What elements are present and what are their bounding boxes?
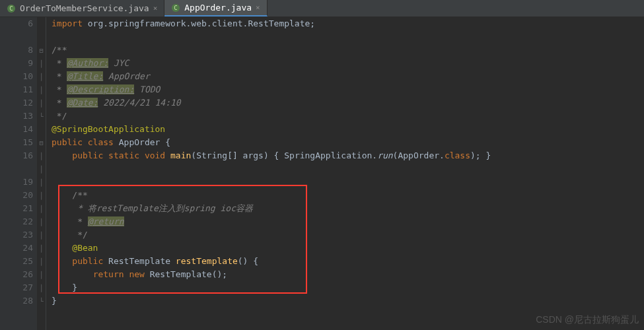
code-line: public class AppOrder { bbox=[52, 136, 644, 149]
line-number: 13 bbox=[0, 110, 33, 123]
code-line: * 将restTemplate注入到spring ioc容器 bbox=[52, 202, 644, 215]
code-line bbox=[52, 176, 644, 189]
code-line: } bbox=[52, 294, 644, 308]
line-number: 15 bbox=[0, 136, 33, 149]
tab-order-to-member-service[interactable]: C OrderToMemberService.java × bbox=[0, 0, 164, 16]
line-number: 10 bbox=[0, 70, 33, 83]
line-number: 8 bbox=[0, 44, 33, 57]
line-number bbox=[0, 30, 33, 44]
code-line: public RestTemplate restTemplate() { bbox=[52, 255, 644, 268]
code-line: return new RestTemplate(); bbox=[52, 268, 644, 281]
tab-label: AppOrder.java bbox=[184, 3, 252, 13]
code-line bbox=[52, 162, 644, 176]
line-number: 19 bbox=[0, 176, 33, 189]
line-number bbox=[0, 162, 33, 176]
code-line bbox=[52, 30, 644, 44]
code-line: public static void main(String[] args) {… bbox=[52, 149, 644, 162]
code-line: import org.springframework.web.client.Re… bbox=[52, 17, 644, 30]
svg-text:C: C bbox=[9, 5, 13, 12]
line-number: 24 bbox=[0, 242, 33, 255]
code-line: /** bbox=[52, 44, 644, 57]
fold-expand-icon[interactable]: ⊟ bbox=[37, 44, 46, 57]
code-line bbox=[52, 308, 644, 321]
fold-column[interactable]: ⊟ ││││ └ ⊟ │││ │││ │││ ││└ bbox=[37, 17, 46, 330]
line-number: 22 bbox=[0, 215, 33, 228]
line-number: 11 bbox=[0, 83, 33, 96]
line-number: 9 bbox=[0, 57, 33, 70]
code-editor[interactable]: import org.springframework.web.client.Re… bbox=[46, 17, 644, 330]
line-number-gutter[interactable]: 6 8 9 10 11 12 13 14 15 16 19 20 21 22 2… bbox=[0, 17, 37, 330]
code-line: * @Date: 2022/4/21 14:10 bbox=[52, 96, 644, 110]
line-number: 6 bbox=[0, 17, 33, 30]
line-number: 25 bbox=[0, 255, 33, 268]
tab-bar: C OrderToMemberService.java × C AppOrder… bbox=[0, 0, 644, 17]
java-class-icon: C bbox=[171, 3, 180, 13]
code-line: * @Description: TODO bbox=[52, 83, 644, 96]
line-number: 28 bbox=[0, 294, 33, 308]
code-line: } bbox=[52, 281, 644, 294]
tab-label: OrderToMemberService.java bbox=[20, 3, 149, 13]
line-number: 26 bbox=[0, 268, 33, 281]
code-line: */ bbox=[52, 228, 644, 242]
close-icon[interactable]: × bbox=[256, 3, 260, 12]
code-line: * @Title: AppOrder bbox=[52, 70, 644, 83]
line-number: 21 bbox=[0, 202, 33, 215]
line-number: 20 bbox=[0, 189, 33, 202]
svg-text:C: C bbox=[174, 5, 178, 11]
code-line: /** bbox=[52, 189, 644, 202]
code-line: * @return bbox=[52, 215, 644, 228]
line-number: 27 bbox=[0, 281, 33, 294]
line-number: 23 bbox=[0, 228, 33, 242]
code-line: @SpringBootApplication bbox=[52, 123, 644, 136]
line-number: 16 bbox=[0, 149, 33, 162]
line-number: 14 bbox=[0, 123, 33, 136]
code-line: @Bean bbox=[52, 242, 644, 255]
close-icon[interactable]: × bbox=[153, 4, 158, 13]
fold-icon[interactable] bbox=[37, 17, 46, 30]
tab-app-order[interactable]: C AppOrder.java × bbox=[164, 0, 267, 16]
line-number bbox=[0, 308, 33, 321]
code-line: * @Author: JYC bbox=[52, 57, 644, 70]
code-line: */ bbox=[52, 110, 644, 123]
fold-expand-icon[interactable]: ⊟ bbox=[37, 136, 46, 149]
editor-area: 6 8 9 10 11 12 13 14 15 16 19 20 21 22 2… bbox=[0, 17, 644, 330]
java-class-icon: C bbox=[7, 4, 16, 13]
line-number: 12 bbox=[0, 96, 33, 110]
